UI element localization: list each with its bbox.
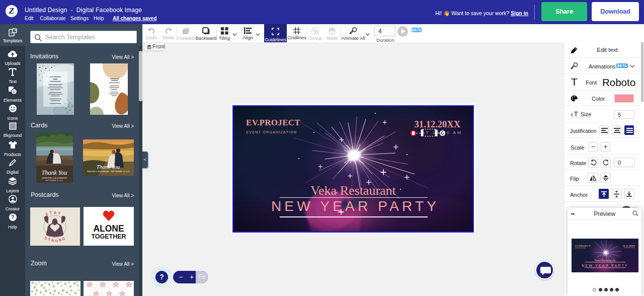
svg-text:Thank You: Thank You — [97, 164, 120, 170]
svg-text:N: N — [58, 238, 61, 243]
svg-text:31.12.20XX: 31.12.20XX — [622, 244, 635, 247]
svg-text:O: O — [55, 239, 58, 243]
svg-text:?: ? — [11, 214, 14, 220]
svg-text:NEW YEAR PARTY: NEW YEAR PARTY — [582, 263, 628, 267]
svg-text:JENNIFER & ALEXANDER SEPTEMB: JENNIFER & ALEXANDER SEPTEMBER 24 2013 — [87, 171, 129, 173]
svg-text:Thank You: Thank You — [42, 169, 67, 176]
svg-text:EV.PROJECT: EV.PROJECT — [575, 245, 591, 247]
svg-text:SEPTEMBER 24 2023: SEPTEMBER 24 2023 — [46, 180, 63, 182]
svg-text:JENNIFER & ALEXANDER: JENNIFER & ALEXANDER — [41, 177, 67, 179]
svg-text:ALONE: ALONE — [93, 224, 124, 234]
svg-text:A: A — [54, 210, 57, 215]
svg-text:Veka Restaurant: Veka Restaurant — [594, 258, 616, 261]
svg-text:TOGETHER: TOGETHER — [91, 233, 126, 240]
